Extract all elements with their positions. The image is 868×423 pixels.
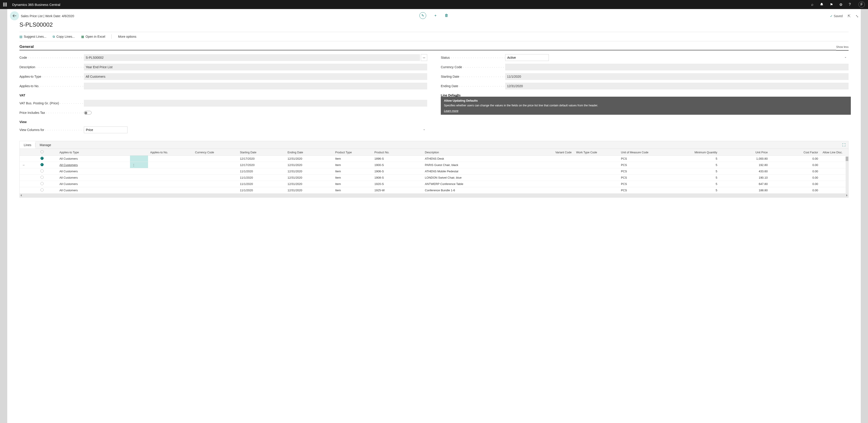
- cell-unit-price[interactable]: 188.80: [719, 187, 770, 194]
- suggest-lines-action[interactable]: ▤Suggest Lines...: [20, 35, 46, 38]
- help-icon[interactable]: ?: [849, 2, 851, 6]
- cell-unit-price[interactable]: 433.60: [719, 168, 770, 174]
- select-all-radio[interactable]: [40, 150, 43, 153]
- cell-description[interactable]: LONDON Swivel Chair, blue: [423, 174, 529, 181]
- row-select-radio[interactable]: [40, 163, 43, 166]
- row-select-radio[interactable]: [40, 188, 43, 192]
- cell-product-type[interactable]: Item: [333, 168, 372, 174]
- open-in-excel-action[interactable]: ▦Open in Excel: [81, 35, 105, 38]
- manage-tab[interactable]: Manage: [35, 141, 55, 149]
- view-columns-select[interactable]: [84, 127, 127, 133]
- cell-product-type[interactable]: Item: [333, 174, 372, 181]
- cell-product-no[interactable]: 1920-S: [372, 181, 423, 187]
- cell-starting-date[interactable]: 11/1/2020: [238, 168, 285, 174]
- cell-uom[interactable]: PCS: [619, 162, 675, 168]
- row-select-radio[interactable]: [40, 182, 43, 185]
- code-input[interactable]: [84, 54, 420, 61]
- cell-applies-to-type[interactable]: All Customers: [57, 156, 130, 162]
- cell-description[interactable]: ANTWERP Conference Table: [423, 181, 529, 187]
- cell-product-no[interactable]: 1908-S: [372, 174, 423, 181]
- cell-cost-factor[interactable]: 0.00: [770, 174, 820, 181]
- cell-product-type[interactable]: Item: [333, 162, 372, 168]
- cell-uom[interactable]: PCS: [619, 187, 675, 194]
- collapse-icon[interactable]: ⤡: [856, 14, 859, 18]
- starting-date-input[interactable]: [505, 73, 848, 80]
- cell-unit-price[interactable]: 190.10: [719, 174, 770, 181]
- app-launcher-icon[interactable]: [3, 3, 7, 6]
- cell-product-no[interactable]: 1925-W: [372, 187, 423, 194]
- applies-to-type-input[interactable]: [84, 73, 427, 80]
- applies-to-no-input[interactable]: [84, 83, 427, 90]
- cell-uom[interactable]: PCS: [619, 174, 675, 181]
- settings-icon[interactable]: ⚙: [839, 2, 842, 7]
- edit-button[interactable]: ✎: [420, 12, 426, 19]
- col-uom[interactable]: Unit of Measure Code: [619, 149, 675, 156]
- table-row[interactable]: All Customers 11/1/2020 12/31/2020 Item …: [20, 187, 848, 194]
- cell-product-type[interactable]: Item: [333, 181, 372, 187]
- cell-applies-to-type[interactable]: All Customers: [57, 168, 130, 174]
- cell-uom[interactable]: PCS: [619, 168, 675, 174]
- cell-product-type[interactable]: Item: [333, 156, 372, 162]
- cell-starting-date[interactable]: 11/1/2020: [238, 187, 285, 194]
- cell-description[interactable]: PARIS Guest Chair, black: [423, 162, 529, 168]
- cell-min-qty[interactable]: 5: [675, 168, 719, 174]
- col-applies-to-type[interactable]: Applies-to Type: [57, 149, 130, 156]
- user-avatar[interactable]: F: [859, 1, 865, 8]
- cell-description[interactable]: Conference Bundle 1-6: [423, 187, 529, 194]
- cell-applies-to-type[interactable]: All Customers: [57, 162, 130, 168]
- cell-cost-factor[interactable]: 0.00: [770, 187, 820, 194]
- vat-posting-input[interactable]: [84, 100, 427, 107]
- more-options-action[interactable]: More options: [118, 35, 136, 38]
- cell-uom[interactable]: PCS: [619, 181, 675, 187]
- cell-cost-factor[interactable]: 0.00: [770, 156, 820, 162]
- vertical-scrollbar[interactable]: [846, 157, 848, 194]
- col-starting-date[interactable]: Starting Date: [238, 149, 285, 156]
- code-lookup-button[interactable]: ···: [421, 54, 427, 61]
- col-unit-price[interactable]: Unit Price: [719, 149, 770, 156]
- cell-starting-date[interactable]: 11/1/2020: [238, 174, 285, 181]
- col-work-type[interactable]: Work Type Code: [574, 149, 619, 156]
- lines-tab[interactable]: Lines: [20, 141, 35, 149]
- delete-button[interactable]: 🗑︎: [445, 13, 448, 18]
- cell-applies-to-type[interactable]: All Customers: [57, 181, 130, 187]
- col-cost-factor[interactable]: Cost Factor: [770, 149, 820, 156]
- show-less-link[interactable]: Show less: [836, 45, 848, 51]
- cell-min-qty[interactable]: 5: [675, 187, 719, 194]
- table-row[interactable]: All Customers 11/1/2020 12/31/2020 Item …: [20, 168, 848, 174]
- cell-unit-price[interactable]: 647.80: [719, 181, 770, 187]
- col-product-no[interactable]: Product No.: [372, 149, 423, 156]
- cell-unit-price[interactable]: 192.80: [719, 162, 770, 168]
- col-variant[interactable]: Variant Code: [529, 149, 574, 156]
- lines-expand-icon[interactable]: ⛶: [839, 143, 848, 147]
- table-row[interactable]: All Customers 12/17/2020 12/31/2020 Item…: [20, 156, 848, 162]
- cell-starting-date[interactable]: 11/1/2020: [238, 181, 285, 187]
- cell-product-no[interactable]: 1900-S: [372, 162, 423, 168]
- horizontal-scrollbar[interactable]: [20, 194, 848, 197]
- table-row[interactable]: All Customers 11/1/2020 12/31/2020 Item …: [20, 181, 848, 187]
- tooltip-learn-more-link[interactable]: Learn more: [444, 109, 458, 112]
- cell-cost-factor[interactable]: 0.00: [770, 162, 820, 168]
- cell-product-no[interactable]: 1896-S: [372, 156, 423, 162]
- cell-ending-date[interactable]: 12/31/2020: [285, 181, 333, 187]
- cell-starting-date[interactable]: 12/17/2020: [238, 162, 285, 168]
- price-includes-tax-toggle[interactable]: [84, 111, 92, 115]
- cell-starting-date[interactable]: 12/17/2020: [238, 156, 285, 162]
- cell-applies-to-type[interactable]: All Customers: [57, 187, 130, 194]
- cell-applies-to-type[interactable]: All Customers: [57, 174, 130, 181]
- cell-product-no[interactable]: 1906-S: [372, 168, 423, 174]
- cell-min-qty[interactable]: 5: [675, 174, 719, 181]
- col-description[interactable]: Description: [423, 149, 529, 156]
- row-menu-icon[interactable]: ⋮: [132, 163, 135, 167]
- copy-lines-action[interactable]: ⧉Copy Lines...: [53, 35, 75, 39]
- cell-cost-factor[interactable]: 0.00: [770, 168, 820, 174]
- cell-ending-date[interactable]: 12/31/2020: [285, 168, 333, 174]
- cell-cost-factor[interactable]: 0.00: [770, 181, 820, 187]
- back-button[interactable]: [10, 11, 19, 20]
- cell-uom[interactable]: PCS: [619, 156, 675, 162]
- currency-code-input[interactable]: [505, 64, 848, 70]
- ending-date-input[interactable]: [505, 83, 848, 90]
- row-select-radio[interactable]: [40, 176, 43, 179]
- cell-ending-date[interactable]: 12/31/2020: [285, 162, 333, 168]
- table-row[interactable]: All Customers 11/1/2020 12/31/2020 Item …: [20, 174, 848, 181]
- cell-min-qty[interactable]: 5: [675, 162, 719, 168]
